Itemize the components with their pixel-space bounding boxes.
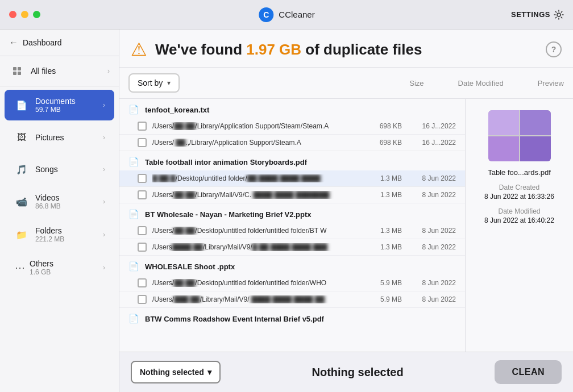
others-label: Others (30, 259, 103, 268)
file-path: █ ██ █/Desktop/untitled folder/██ ████ █… (152, 174, 359, 182)
table-row: /Users/██ ██/Desktop/untitled folder/unt… (119, 275, 465, 291)
thumb-cell-2 (520, 110, 551, 135)
svg-text:C: C (263, 10, 269, 19)
file-size: 1.3 MB (365, 174, 402, 182)
documents-icon: 📄 (14, 97, 30, 113)
maximize-button[interactable] (33, 11, 40, 18)
preview-filename: Table foo...ards.pdf (488, 168, 551, 177)
file-checkbox[interactable] (138, 243, 147, 252)
table-row: /Users/██ ██/Desktop/untitled folder/unt… (119, 223, 465, 239)
preview-panel: Table foo...ards.pdf Date Created 8 Jun … (465, 99, 573, 352)
folders-chevron-icon: › (103, 231, 105, 239)
close-button[interactable] (9, 11, 16, 18)
file-date: 8 Jun 2022 (408, 243, 456, 251)
others-more-button[interactable]: ⋯ (14, 261, 26, 274)
file-checkbox[interactable] (138, 190, 147, 199)
footer-status: Nothing selected (230, 366, 486, 379)
sidebar-item-documents[interactable]: 📄 Documents 59.7 MB › (5, 90, 114, 120)
thumb-cell-4 (520, 136, 551, 161)
file-checkbox[interactable] (138, 174, 147, 183)
col-date-header: Date Modified (458, 79, 504, 87)
sort-by-label: Sort by (138, 78, 163, 87)
header-title: We've found 1.97 GB of duplicate files (155, 41, 422, 59)
settings-button[interactable]: SETTINGS (511, 10, 564, 20)
file-path: /Users/ ██.,/Library/Application Support… (152, 139, 359, 147)
table-row: /Users/██ ██/Library/Mail/V9/C. ████ ███… (119, 187, 465, 203)
file-group-table-football: 📄 Table football intor animation Storybo… (119, 151, 465, 170)
header-title-suffix: of duplicate files (301, 41, 422, 58)
header-title-prefix: We've found (155, 41, 246, 58)
sidebar-item-pictures[interactable]: 🖼 Pictures › (5, 123, 114, 152)
help-icon: ? (551, 45, 557, 54)
file-group-bt-wholesale: 📄 BT Wholesale - Nayan - Marketing Brief… (119, 203, 465, 223)
gear-icon (554, 10, 564, 20)
file-checkbox[interactable] (138, 138, 147, 147)
back-button[interactable]: ← Dashboard (0, 30, 119, 56)
preview-thumbnail (488, 110, 551, 161)
table-row: /Users/ ██.,/Library/Application Support… (119, 135, 465, 151)
others-chevron-icon: › (103, 264, 105, 272)
file-list-scroll[interactable]: 📄 tenfoot_korean.txt /Users/██ ██/Librar… (119, 99, 465, 352)
sidebar-item-videos[interactable]: 📹 Videos 86.8 MB › (5, 186, 114, 217)
date-created-value: 8 Jun 2022 at 16:33:26 (475, 193, 564, 201)
date-modified-value: 8 Jun 2022 at 16:40:22 (475, 216, 564, 224)
tenfoot-file-icon: 📄 (128, 105, 139, 115)
sidebar-item-songs[interactable]: 🎵 Songs › (5, 155, 114, 184)
file-date: 8 Jun 2022 (408, 174, 456, 182)
file-size: 698 KB (365, 139, 402, 147)
videos-icon: 📹 (14, 194, 30, 210)
preview-date-modified-section: Date Modified 8 Jun 2022 at 16:40:22 (475, 207, 564, 224)
file-group-btw-comms: 📄 BTW Comms Roadshow Event Internal Brie… (119, 308, 465, 327)
wholesale-shoot-group-name: WHOLESALE Shoot .pptx (145, 262, 235, 271)
settings-label: SETTINGS (511, 10, 550, 19)
folders-label: Folders (35, 226, 103, 235)
table-row: /Users/██ ██/Library/Application Support… (119, 118, 465, 135)
nothing-selected-button[interactable]: Nothing selected ▾ (131, 361, 221, 383)
pictures-chevron-icon: › (103, 134, 105, 141)
thumb-cell-3 (488, 136, 519, 161)
file-date: 16 J...2022 (408, 139, 456, 147)
file-date: 16 J...2022 (408, 122, 456, 130)
others-sublabel: 1.6 GB (30, 268, 103, 276)
help-button[interactable]: ? (546, 41, 562, 57)
minimize-button[interactable] (21, 11, 28, 18)
songs-icon: 🎵 (14, 161, 30, 177)
file-path: /Users/██ ██/Library/Application Support… (152, 122, 359, 130)
wholesale-shoot-file-icon: 📄 (128, 261, 139, 272)
file-date: 8 Jun 2022 (408, 279, 456, 287)
file-size: 5.9 MB (365, 279, 402, 287)
file-path: /Users████ ██/Library/Mail/V9/█ ██ ████ … (152, 243, 359, 251)
folders-icon: 📁 (14, 227, 30, 243)
file-size: 1.3 MB (365, 243, 402, 251)
file-checkbox[interactable] (138, 122, 147, 131)
file-checkbox[interactable] (138, 226, 147, 235)
col-size-header: Size (409, 79, 423, 87)
header-banner: ⚠ We've found 1.97 GB of duplicate files… (119, 30, 573, 68)
all-files-icon (9, 63, 25, 79)
sidebar-item-folders[interactable]: 📁 Folders 221.2 MB › (5, 219, 114, 250)
main-layout: ← Dashboard All files › 📄 Documents 59.7… (0, 30, 573, 392)
titlebar-center: C CCleaner (258, 7, 314, 23)
sort-by-button[interactable]: Sort by ▾ (128, 73, 180, 93)
file-path: /Users/██ ██/Desktop/untitled folder/unt… (152, 227, 359, 235)
all-files-label: All files (31, 66, 107, 76)
sidebar-item-others[interactable]: ⋯ Others 1.6 GB › (5, 252, 114, 283)
file-list-and-preview: 📄 tenfoot_korean.txt /Users/██ ██/Librar… (119, 99, 573, 352)
table-football-group-name: Table football intor animation Storyboar… (145, 158, 307, 166)
pictures-icon: 🖼 (14, 130, 30, 145)
footer: Nothing selected ▾ Nothing selected CLEA… (119, 352, 573, 392)
clean-button[interactable]: CLEAN (495, 360, 562, 384)
pictures-label: Pictures (35, 133, 103, 142)
nothing-selected-label: Nothing selected (140, 368, 204, 377)
file-date: 8 Jun 2022 (408, 227, 456, 235)
file-date: 8 Jun 2022 (408, 191, 456, 199)
file-size: 5.9 MB (365, 295, 402, 303)
file-checkbox[interactable] (138, 295, 147, 304)
sidebar-item-all-files[interactable]: All files › (0, 56, 119, 86)
svg-rect-6 (18, 72, 21, 75)
titlebar-right: SETTINGS (511, 10, 564, 20)
btw-comms-file-icon: 📄 (128, 314, 139, 324)
file-checkbox[interactable] (138, 278, 147, 287)
warning-icon: ⚠ (131, 39, 147, 60)
file-size: 698 KB (365, 122, 402, 130)
